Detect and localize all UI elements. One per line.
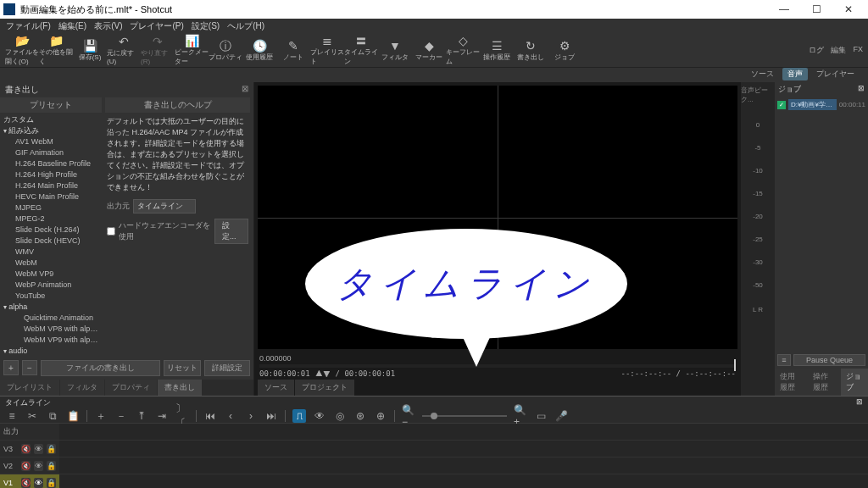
fwd-icon[interactable]: › xyxy=(244,409,258,423)
lock-icon[interactable]: 🔒 xyxy=(47,478,56,488)
remove-preset-button[interactable]: − xyxy=(22,360,37,375)
track-row[interactable] xyxy=(59,441,868,458)
remove-icon[interactable]: － xyxy=(114,409,128,423)
jobs-button[interactable]: ⚙ジョブ xyxy=(548,36,581,66)
mute-icon[interactable]: 🔇 xyxy=(21,478,31,488)
preset-item[interactable]: HEVC Main Profile xyxy=(3,191,98,202)
scrub-bar[interactable] xyxy=(259,364,736,368)
paste-icon[interactable]: 📋 xyxy=(66,409,80,423)
open-file-button[interactable]: 📂ファイルを開く(O) xyxy=(5,36,39,66)
zoom-slider[interactable] xyxy=(422,415,507,417)
tab-history[interactable]: 操作履歴 xyxy=(808,369,841,396)
maximize-button[interactable]: ☐ xyxy=(800,0,832,19)
timecode-current[interactable]: 00:00:00:01 xyxy=(259,369,310,378)
preset-item[interactable]: WebP Animation xyxy=(3,280,98,291)
copy-icon[interactable]: ⧉ xyxy=(46,409,59,423)
preset-group-builtin[interactable]: 組み込み xyxy=(3,125,98,136)
append-icon[interactable]: ＋ xyxy=(94,409,108,423)
track-head[interactable]: V3🔇👁🔒 xyxy=(0,441,59,458)
edit-button[interactable]: 編集 xyxy=(831,45,846,56)
open-other-button[interactable]: 📁その他を開く xyxy=(39,36,73,66)
preset-item[interactable]: H.264 Baseline Profile xyxy=(3,158,98,169)
track-head[interactable]: V1🔇👁🔒 xyxy=(0,474,59,488)
track-row[interactable] xyxy=(59,458,868,474)
menu-player[interactable]: プレイヤー(P) xyxy=(127,19,186,33)
lock-icon[interactable]: 🔒 xyxy=(47,461,56,471)
export-button[interactable]: ↻書き出し xyxy=(514,36,548,66)
preset-item[interactable]: GIF Animation xyxy=(3,147,98,158)
tab-project[interactable]: プロジェクト xyxy=(295,380,354,396)
jobs-menu-button[interactable]: ≡ xyxy=(777,354,791,366)
save-button[interactable]: 💾保存(S) xyxy=(73,36,107,66)
preset-item[interactable]: Slide Deck (H.264) xyxy=(3,225,98,236)
close-button[interactable]: ✕ xyxy=(832,0,865,19)
next-icon[interactable]: ⏭ xyxy=(264,409,278,423)
preset-item[interactable]: H.264 Main Profile xyxy=(3,180,98,191)
notes-button[interactable]: ✎ノート xyxy=(276,36,310,66)
keyframes-button[interactable]: ◇キーフレーム xyxy=(446,36,480,66)
preset-item[interactable]: WebM VP9 with alpha cha... xyxy=(3,335,98,346)
back-icon[interactable]: ‹ xyxy=(224,409,237,423)
track-head[interactable]: V2🔇👁🔒 xyxy=(0,458,59,474)
menu-icon[interactable]: ≡ xyxy=(5,409,19,423)
tab-export[interactable]: 書き出し xyxy=(158,380,202,396)
audio-toggle[interactable]: 音声 xyxy=(782,68,808,80)
zoom-out-icon[interactable]: 🔍− xyxy=(402,409,415,423)
track-area[interactable] xyxy=(59,424,868,488)
reset-button[interactable]: リセット xyxy=(164,360,201,376)
preset-item[interactable]: WMV xyxy=(3,247,98,258)
player-toggle[interactable]: プレイヤー xyxy=(811,68,860,80)
snap-icon[interactable]: ⎍ xyxy=(292,409,306,423)
lock-icon[interactable]: 🔒 xyxy=(47,444,56,454)
markers-button[interactable]: ◆マーカー xyxy=(412,36,446,66)
tab-properties[interactable]: プロパティ xyxy=(105,380,157,396)
menu-settings[interactable]: 設定(S) xyxy=(189,19,222,33)
hide-icon[interactable]: 👁 xyxy=(34,478,43,488)
source-toggle[interactable]: ソース xyxy=(746,68,779,80)
preset-item[interactable]: MJPEG xyxy=(3,202,98,214)
tab-source[interactable]: ソース xyxy=(258,380,294,396)
job-item[interactable]: ✓ D:¥動画¥学習...める前に.mp4 00:00:11 xyxy=(775,97,868,113)
preset-list[interactable]: カスタム 組み込み AV1 WebMGIF AnimationH.264 Bas… xyxy=(0,113,102,357)
scrub-icon[interactable]: 👁 xyxy=(313,409,326,423)
preset-item[interactable]: AV1 WebM xyxy=(3,136,98,147)
record-icon[interactable]: 🎤 xyxy=(554,409,568,423)
playlist-button[interactable]: ≣プレイリスト xyxy=(310,36,344,66)
redo-button[interactable]: ↷やり直す(R) xyxy=(141,36,175,66)
menu-view[interactable]: 表示(V) xyxy=(92,19,125,33)
preset-item[interactable]: Quicktime Animation xyxy=(3,313,98,324)
export-file-button[interactable]: ファイルの書き出し xyxy=(41,360,160,376)
tab-filters[interactable]: フィルタ xyxy=(60,380,104,396)
menu-help[interactable]: ヘルプ(H) xyxy=(225,19,267,33)
ripple-markers-icon[interactable]: ⊕ xyxy=(374,409,387,423)
timecode-spinner-icon[interactable]: ⯅⯆ xyxy=(315,369,331,378)
preset-group-custom[interactable]: カスタム xyxy=(3,114,98,125)
pause-queue-button[interactable]: Pause Queue xyxy=(793,354,865,366)
preset-item[interactable]: YouTube xyxy=(3,291,98,302)
tab-jobs[interactable]: ジョブ xyxy=(841,369,868,396)
minimize-button[interactable]: — xyxy=(768,0,800,19)
preset-item[interactable]: MPEG-2 xyxy=(3,214,98,225)
preset-item[interactable]: WebM xyxy=(3,258,98,269)
preset-item[interactable]: H.264 High Profile xyxy=(3,169,98,180)
preset-item[interactable]: WebM VP8 with alpha cha... xyxy=(3,324,98,335)
hide-icon[interactable]: 👁 xyxy=(34,444,43,454)
filters-button[interactable]: ▼フィルタ xyxy=(378,36,412,66)
track-row[interactable] xyxy=(59,424,868,441)
preset-item[interactable]: WebM VP9 xyxy=(3,269,98,280)
hw-encoder-checkbox[interactable] xyxy=(107,227,115,236)
tab-recent[interactable]: 使用履歴 xyxy=(775,369,808,396)
mute-icon[interactable]: 🔇 xyxy=(21,444,31,454)
preset-group-audio[interactable]: audio xyxy=(3,346,98,357)
lift-icon[interactable]: ⤒ xyxy=(135,409,148,423)
undo-button[interactable]: ↶元に戻す(U) xyxy=(107,36,141,66)
ripple-all-icon[interactable]: ⊛ xyxy=(353,409,367,423)
track-row[interactable] xyxy=(59,474,868,488)
properties-button[interactable]: ⓘプロパティ xyxy=(209,36,242,66)
overwrite-icon[interactable]: ⇥ xyxy=(155,409,169,423)
close-icon[interactable]: ⊠ xyxy=(856,397,863,408)
history-button[interactable]: ☰操作履歴 xyxy=(480,36,514,66)
timeline-button[interactable]: 〓タイムライン xyxy=(344,36,378,66)
preset-item[interactable]: Slide Deck (HEVC) xyxy=(3,236,98,247)
output-track-head[interactable]: 出力 xyxy=(0,424,59,441)
